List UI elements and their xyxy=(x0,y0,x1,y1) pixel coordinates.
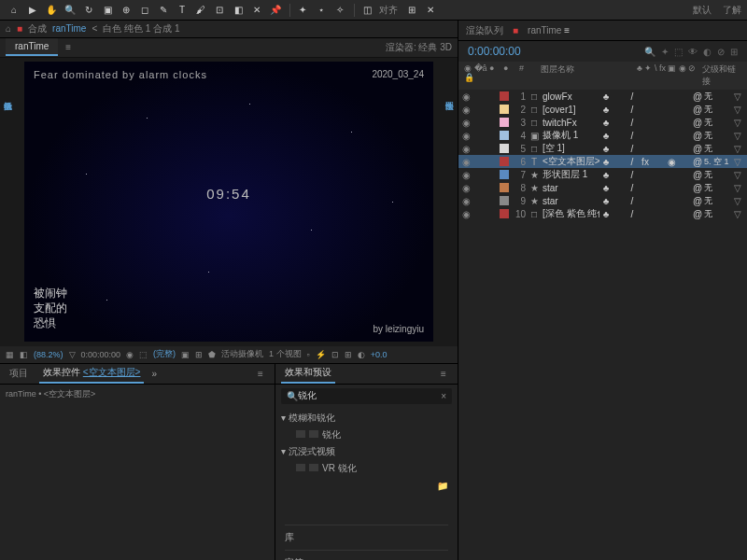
visibility-toggle-icon[interactable]: ◉ xyxy=(462,131,473,141)
label-swatch[interactable] xyxy=(500,170,509,179)
mask-icon[interactable]: ◧ xyxy=(20,350,28,359)
fx-switch[interactable]: fx xyxy=(639,157,652,167)
layer-name[interactable]: [cover1] xyxy=(543,105,599,115)
label-swatch[interactable] xyxy=(500,196,509,205)
pixel-aspect-icon[interactable]: ▫ xyxy=(307,350,310,359)
layer-name[interactable]: <空文本图层> xyxy=(543,155,599,168)
visibility-toggle-icon[interactable]: ◉ xyxy=(462,209,473,219)
workspace-default[interactable]: 默认 xyxy=(693,4,712,17)
shy-switch[interactable]: ♣ xyxy=(599,183,613,193)
tab-effects-presets[interactable]: 效果和预设 xyxy=(281,363,335,384)
parent-dropdown[interactable]: 无 xyxy=(704,91,734,103)
layer-row[interactable]: ◉2□[cover1]♣/@无▽ xyxy=(458,103,747,116)
visibility-toggle-icon[interactable]: ◉ xyxy=(462,91,473,102)
roto-tool-icon[interactable]: ✕ xyxy=(248,2,265,19)
parent-dropdown[interactable]: 5. 空 1 xyxy=(704,156,734,168)
folder-icon[interactable]: 📁 xyxy=(437,481,448,491)
home-icon[interactable]: ⌂ xyxy=(6,2,22,19)
quality-switch[interactable]: / xyxy=(626,118,639,128)
frame-blend-icon[interactable]: ◐ xyxy=(703,47,712,57)
quality-switch[interactable]: / xyxy=(626,196,639,206)
shy-switch[interactable]: ♣ xyxy=(599,209,613,219)
text-tool-icon[interactable]: T xyxy=(174,2,190,19)
collapsed-panel-字符[interactable]: 字符 xyxy=(285,550,448,560)
timecode-display[interactable]: 0:00:00:00 xyxy=(81,350,121,359)
quality-switch[interactable]: / xyxy=(626,183,639,193)
tab-comp-timeline[interactable]: ranTime ≡ xyxy=(528,25,570,35)
layer-name[interactable]: [空 1] xyxy=(543,142,599,155)
parent-dropdown[interactable]: 无 xyxy=(704,143,734,155)
canvas[interactable]: Fear dominated by alarm clocks 2020_03_2… xyxy=(24,62,433,342)
label-swatch[interactable] xyxy=(500,131,509,140)
current-timecode[interactable]: 0:00:00:00 xyxy=(468,45,521,58)
panel-menu-icon[interactable]: ≡ xyxy=(441,369,452,379)
label-swatch[interactable] xyxy=(500,91,509,101)
layer-row[interactable]: ◉6T<空文本图层>♣/fx◉@5. 空 1▽ xyxy=(458,155,747,168)
snapshot-icon[interactable]: ◉ xyxy=(126,350,134,359)
parent-pickwhip-icon[interactable]: @ xyxy=(691,209,704,219)
quality-switch[interactable]: / xyxy=(626,131,639,141)
shy-switch[interactable]: ♣ xyxy=(599,91,613,102)
view-axis-icon[interactable]: ✧ xyxy=(331,2,348,19)
parent-pickwhip-icon[interactable]: @ xyxy=(691,196,704,206)
camera-dropdown[interactable]: 活动摄像机 xyxy=(221,348,263,360)
parent-dropdown[interactable]: 无 xyxy=(704,195,734,207)
parent-pickwhip-icon[interactable]: @ xyxy=(691,144,704,154)
shy-switch[interactable]: ♣ xyxy=(599,105,613,115)
parent-dropdown[interactable]: 无 xyxy=(704,104,734,116)
label-swatch[interactable] xyxy=(500,157,509,166)
local-axis-icon[interactable]: ✦ xyxy=(294,2,311,19)
parent-dropdown[interactable]: 无 xyxy=(704,182,734,194)
pan-behind-tool-icon[interactable]: ⊕ xyxy=(118,2,134,19)
layer-row[interactable]: ◉9★star♣/@无▽ xyxy=(458,194,747,207)
quality-switch[interactable]: / xyxy=(626,91,639,102)
reset-exposure-icon[interactable]: ◐ xyxy=(358,350,365,359)
tab-render-queue[interactable]: 渲染队列 xyxy=(466,24,503,37)
crumb-home-icon[interactable]: ⌂ xyxy=(6,23,11,34)
workspace-learn[interactable]: 了解 xyxy=(723,4,741,17)
quality-switch[interactable]: / xyxy=(626,209,639,219)
comp-flowchart-icon[interactable]: ⊞ xyxy=(345,350,352,359)
fast-preview-icon[interactable]: ⚡ xyxy=(316,350,326,359)
tab-effect-controls[interactable]: 效果控件 <空文本图层> xyxy=(39,363,144,384)
fx-item[interactable]: 锐化 xyxy=(281,427,452,443)
comp-mini-flowchart-icon[interactable]: ✦ xyxy=(661,47,669,57)
zoom-tool-icon[interactable]: 🔍 xyxy=(62,2,78,19)
collapsed-panel-库[interactable]: 库 xyxy=(285,525,448,550)
layer-name[interactable]: 形状图层 1 xyxy=(543,168,599,181)
label-swatch[interactable] xyxy=(500,105,509,114)
pen-tool-icon[interactable]: ✎ xyxy=(155,2,172,19)
shy-icon[interactable]: 👁 xyxy=(688,47,698,57)
channel-icon[interactable]: ⬚ xyxy=(139,350,148,359)
fx-item[interactable]: VR 锐化 xyxy=(281,460,452,477)
graph-editor-icon[interactable]: ⊞ xyxy=(730,47,738,57)
parent-pickwhip-icon[interactable]: @ xyxy=(691,170,704,180)
layer-name[interactable]: glowFx xyxy=(543,91,599,102)
parent-pickwhip-icon[interactable]: @ xyxy=(691,105,704,115)
crumb-compname[interactable]: ranTime xyxy=(52,23,86,34)
visibility-toggle-icon[interactable]: ◉ xyxy=(462,157,473,167)
composition-viewer[interactable]: 活动摄像机 快速绘图 Fear dominated by alarm clock… xyxy=(0,58,458,346)
parent-pickwhip-icon[interactable]: @ xyxy=(691,118,704,128)
layer-name[interactable]: star xyxy=(543,196,599,206)
shy-switch[interactable]: ♣ xyxy=(599,118,613,128)
transparency-icon[interactable]: ⊞ xyxy=(195,350,203,359)
renderer-value[interactable]: 经典 3D xyxy=(418,42,452,52)
snap3-icon[interactable]: ✕ xyxy=(422,2,439,19)
eraser-tool-icon[interactable]: ◧ xyxy=(230,2,247,19)
visibility-toggle-icon[interactable]: ◉ xyxy=(462,196,473,206)
puppet-tool-icon[interactable]: 📌 xyxy=(267,2,284,19)
visibility-toggle-icon[interactable]: ◉ xyxy=(462,118,473,128)
layer-row[interactable]: ◉8★star♣/@无▽ xyxy=(458,181,747,194)
label-swatch[interactable] xyxy=(500,209,509,218)
search-layer-icon[interactable]: 🔍 xyxy=(644,47,655,57)
label-swatch[interactable] xyxy=(500,183,509,192)
motion-blur-icon[interactable]: ⊘ xyxy=(717,47,725,57)
parent-pickwhip-icon[interactable]: @ xyxy=(691,157,704,167)
layer-name[interactable]: 摄像机 1 xyxy=(543,129,599,142)
timeline-icon[interactable]: ⊡ xyxy=(331,350,339,359)
label-swatch[interactable] xyxy=(500,118,509,127)
shy-switch[interactable]: ♣ xyxy=(599,144,613,154)
tab-project[interactable]: 项目 xyxy=(6,364,32,383)
layer-name[interactable]: twitchFx xyxy=(543,118,599,128)
